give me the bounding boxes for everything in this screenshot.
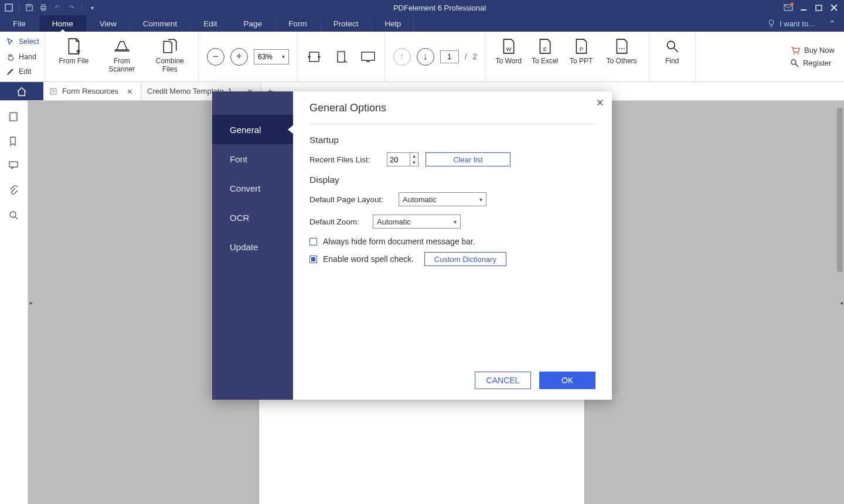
recent-files-spinner[interactable]: ▲▼	[387, 152, 418, 166]
options-dialog: General Font Convert OCR Update ✕ Genera…	[212, 91, 612, 400]
dialog-close-icon[interactable]: ✕	[594, 97, 605, 108]
menu-comment[interactable]: Comment	[130, 15, 191, 32]
svg-text:E: E	[543, 46, 547, 52]
qat-separator	[81, 3, 82, 12]
to-word-button[interactable]: WTo Word	[494, 36, 523, 66]
comment-icon[interactable]	[8, 161, 20, 172]
to-ppt-button[interactable]: PTo PPT	[567, 36, 596, 66]
menu-file[interactable]: File	[0, 15, 39, 32]
left-panel-expander[interactable]: ▸	[28, 291, 34, 314]
next-page-button[interactable]: ↓	[417, 48, 434, 66]
dialog-tab-general[interactable]: General	[212, 115, 293, 144]
zoom-in-button[interactable]: +	[230, 48, 248, 66]
select-tool[interactable]: Select	[6, 35, 39, 48]
menu-help[interactable]: Help	[372, 15, 414, 32]
scanner-icon	[112, 36, 132, 56]
undo-icon[interactable]: ↶	[52, 2, 63, 13]
close-icon[interactable]	[828, 1, 840, 14]
svg-line-24	[674, 48, 678, 52]
svg-text:W: W	[506, 46, 512, 52]
mail-icon[interactable]	[782, 1, 795, 14]
quick-access-toolbar: ↶ ↷ ▾	[0, 2, 97, 13]
default-layout-row: Default Page Layout: Automatic	[309, 192, 595, 206]
attachment-icon[interactable]	[8, 185, 20, 197]
to-excel-button[interactable]: ETo Excel	[530, 36, 560, 66]
edit-tool[interactable]: Edit	[6, 65, 39, 78]
bookmark-icon[interactable]	[8, 136, 20, 148]
custom-dictionary-button[interactable]: Custom Dictionary	[424, 252, 506, 266]
thumbnails-icon[interactable]	[8, 111, 20, 123]
document-icon	[49, 87, 57, 96]
ribbon: Select Hand Edit From File From Scanner …	[0, 32, 844, 82]
default-layout-select[interactable]: Automatic	[399, 192, 486, 206]
ppt-icon: P	[571, 36, 591, 56]
menu-home[interactable]: Home	[39, 15, 87, 32]
ok-button[interactable]: OK	[539, 372, 595, 389]
page-input[interactable]	[440, 50, 459, 63]
buy-now-button[interactable]: Buy Now	[790, 46, 835, 55]
hide-msgbar-label: Always hide form document message bar.	[323, 237, 475, 246]
menu-form[interactable]: Form	[275, 15, 321, 32]
fit-width-icon[interactable]	[306, 49, 322, 65]
maximize-icon[interactable]	[812, 1, 825, 14]
svg-point-27	[791, 60, 796, 64]
svg-point-23	[667, 41, 675, 49]
recent-files-input[interactable]	[387, 153, 410, 166]
ribbon-group-fit	[298, 32, 385, 81]
hide-msgbar-checkbox[interactable]	[309, 238, 317, 246]
hand-icon	[6, 52, 15, 62]
combine-files-button[interactable]: Combine Files	[151, 36, 189, 74]
qat-dropdown-icon[interactable]: ▾	[87, 2, 97, 13]
zoom-select[interactable]: 63%	[254, 49, 289, 64]
dialog-title: General Options	[309, 102, 595, 124]
zoom-out-button[interactable]: −	[207, 48, 224, 66]
svg-rect-0	[5, 4, 12, 11]
document-tab[interactable]: Form Resources ✕	[43, 82, 141, 100]
svg-rect-3	[42, 5, 45, 7]
search-panel-icon[interactable]	[8, 210, 20, 222]
from-scanner-button[interactable]: From Scanner	[103, 36, 141, 74]
minimize-icon[interactable]	[797, 1, 810, 14]
scrollbar-thumb[interactable]	[837, 108, 843, 272]
right-panel-expander[interactable]: ◂	[838, 291, 844, 314]
menu-protect[interactable]: Protect	[321, 15, 372, 32]
menu-bar: File Home View Comment Edit Page Form Pr…	[0, 15, 844, 32]
dialog-tab-update[interactable]: Update	[212, 232, 293, 261]
tab-home[interactable]	[0, 82, 43, 100]
from-file-button[interactable]: From File	[55, 36, 93, 66]
spinner-up-icon[interactable]: ▲	[410, 153, 418, 159]
dialog-tab-ocr[interactable]: OCR	[212, 203, 293, 232]
dialog-tab-convert[interactable]: Convert	[212, 173, 293, 203]
lightbulb-icon	[767, 19, 776, 28]
i-want-to[interactable]: I want to...	[767, 15, 821, 32]
save-icon[interactable]	[24, 2, 35, 13]
menu-page[interactable]: Page	[231, 15, 276, 32]
tab-close-icon[interactable]: ✕	[127, 87, 135, 96]
spellcheck-label: Enable word spell check.	[323, 254, 414, 264]
redo-icon[interactable]: ↷	[66, 2, 77, 13]
menu-view[interactable]: View	[87, 15, 130, 32]
default-zoom-select[interactable]: Automatic	[373, 214, 461, 229]
to-others-button[interactable]: ⋯To Others	[603, 36, 641, 66]
spinner-down-icon[interactable]: ▼	[410, 159, 418, 166]
spellcheck-checkbox[interactable]	[309, 256, 317, 263]
cancel-button[interactable]: CANCEL	[475, 372, 531, 389]
cursor-icon	[6, 37, 15, 46]
dialog-content: ✕ General Options Startup Recent Files L…	[293, 91, 612, 400]
clear-list-button[interactable]: Clear list	[426, 152, 511, 166]
page-total: 2	[472, 52, 477, 61]
print-icon[interactable]	[38, 2, 49, 13]
fit-page-icon[interactable]	[333, 49, 349, 65]
register-button[interactable]: Register	[790, 59, 835, 68]
collapse-ribbon-icon[interactable]: ⌃	[821, 15, 844, 32]
i-want-to-label: I want to...	[780, 19, 815, 28]
find-button[interactable]: Find	[658, 36, 687, 66]
dialog-tab-font[interactable]: Font	[212, 144, 293, 173]
ribbon-group-find: Find	[649, 32, 696, 81]
recent-files-label: Recent Files List:	[309, 155, 380, 164]
home-icon	[16, 86, 28, 97]
fullscreen-icon[interactable]	[360, 49, 376, 65]
ribbon-group-create: From File From Scanner Combine Files	[46, 32, 199, 81]
menu-edit[interactable]: Edit	[190, 15, 230, 32]
hand-tool[interactable]: Hand	[6, 50, 39, 63]
